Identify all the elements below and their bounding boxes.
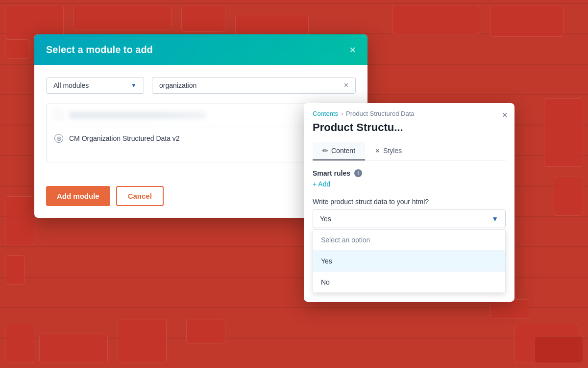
- search-clear-button[interactable]: ×: [344, 81, 348, 89]
- panel-tabs: ✏ Content ✕ Styles: [313, 142, 506, 160]
- dropdown-option-yes[interactable]: Yes: [313, 251, 505, 272]
- cancel-button[interactable]: Cancel: [116, 186, 164, 206]
- dropdown-options-list: Select an option Yes No: [313, 229, 506, 293]
- field-label: Write product struct data to your html?: [313, 198, 506, 206]
- modal-header: Select a module to add ×: [34, 34, 368, 65]
- blurred-module-name: [69, 112, 206, 119]
- scissors-icon: ✕: [375, 147, 380, 155]
- tab-content[interactable]: ✏ Content: [313, 142, 365, 160]
- panel-title: Product Structu...: [304, 117, 514, 142]
- module-search-input[interactable]: [159, 81, 340, 89]
- panel-close-button[interactable]: ×: [502, 110, 508, 120]
- dropdown-option-placeholder[interactable]: Select an option: [313, 230, 505, 251]
- smart-rules-row: Smart rules i: [313, 169, 506, 177]
- modal-filters: All modules ▼ ×: [46, 77, 356, 94]
- modal-close-button[interactable]: ×: [349, 45, 356, 55]
- dropdown-option-no[interactable]: No: [313, 272, 505, 292]
- smart-rules-label: Smart rules: [313, 169, 350, 177]
- add-module-button[interactable]: Add module: [46, 186, 110, 206]
- product-panel: Contents › Product Structured Data × Pro…: [304, 103, 514, 302]
- module-name: CM Organization Structured Data v2: [69, 134, 180, 142]
- module-search-wrap: ×: [152, 77, 356, 94]
- module-icon: [54, 111, 63, 120]
- write-html-dropdown[interactable]: Yes ▼: [313, 210, 506, 228]
- chevron-down-icon: ▼: [131, 82, 137, 89]
- breadcrumb-separator: ›: [341, 110, 343, 117]
- modal-title: Select a module to add: [46, 44, 153, 55]
- breadcrumb: Contents › Product Structured Data: [304, 103, 514, 117]
- tab-content-label: Content: [331, 147, 355, 155]
- module-filter-dropdown[interactable]: All modules ▼: [46, 77, 144, 94]
- breadcrumb-current: Product Structured Data: [346, 110, 414, 117]
- tab-styles-label: Styles: [383, 147, 402, 155]
- add-smart-rule-link[interactable]: + Add: [313, 180, 506, 188]
- globe-icon: ⊕: [54, 134, 63, 143]
- info-icon[interactable]: i: [354, 169, 362, 177]
- module-filter-value: All modules: [53, 81, 89, 89]
- pencil-icon: ✏: [322, 147, 328, 155]
- chevron-down-icon: ▼: [491, 215, 498, 223]
- panel-content: Smart rules i + Add Write product struct…: [304, 160, 514, 302]
- breadcrumb-contents-link[interactable]: Contents: [313, 110, 338, 117]
- dropdown-selected-value: Yes: [320, 215, 331, 223]
- tab-styles[interactable]: ✕ Styles: [365, 142, 412, 160]
